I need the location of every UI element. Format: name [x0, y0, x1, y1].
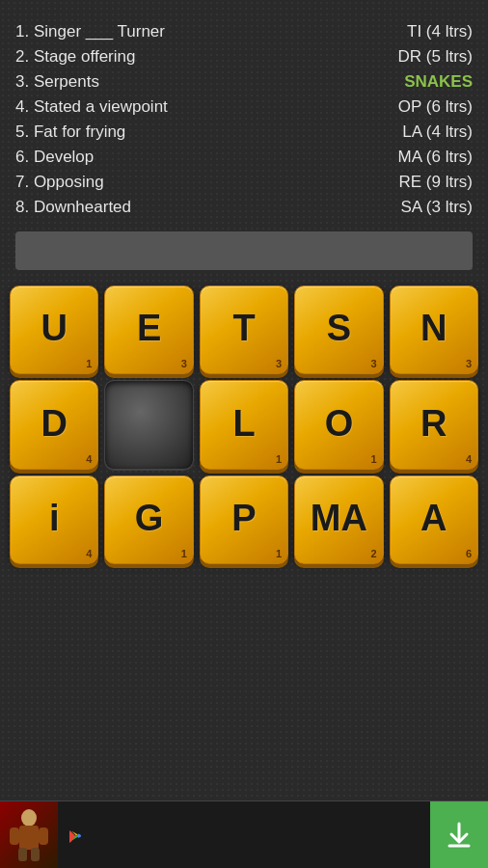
tile-number: 2	[371, 548, 377, 559]
answer-input[interactable]	[15, 231, 473, 270]
clue-hint: RE (9 ltrs)	[399, 173, 474, 192]
tile-letter-s[interactable]: S3	[294, 285, 383, 374]
tile-letter-ma[interactable]: MA2	[294, 475, 383, 564]
clue-text: 6. Develop	[15, 148, 94, 167]
clue-hint: MA (6 ltrs)	[398, 148, 473, 167]
clue-row: 3. SerpentsSNAKES	[15, 69, 473, 95]
clue-hint: SNAKES	[404, 72, 473, 92]
tile-letter-display: T	[232, 310, 255, 346]
clue-row: 6. DevelopMA (6 ltrs)	[15, 145, 473, 170]
tile-letter-l[interactable]: L1	[200, 380, 288, 469]
clue-text: 8. Downhearted	[15, 198, 131, 217]
svg-rect-2	[10, 827, 19, 845]
clue-text: 7. Opposing	[15, 173, 104, 192]
google-play	[68, 828, 420, 844]
tile-empty	[104, 380, 193, 469]
tile-number: 6	[466, 548, 472, 559]
tile-letter-display: i	[49, 500, 60, 536]
tile-number: 1	[181, 548, 187, 559]
clue-row: 4. Stated a viewpointOP (6 ltrs)	[15, 95, 473, 120]
clue-text: 5. Fat for frying	[15, 122, 125, 142]
tile-letter-display: N	[420, 310, 447, 346]
clue-hint: DR (5 ltrs)	[398, 47, 473, 67]
tile-letter-o[interactable]: O1	[294, 380, 383, 469]
tile-letter-d[interactable]: D4	[10, 380, 98, 469]
tile-letter-i[interactable]: i4	[10, 475, 98, 564]
svg-rect-5	[31, 848, 40, 861]
tile-letter-a[interactable]: A6	[390, 475, 478, 564]
tile-letter-display: R	[420, 405, 447, 442]
tile-number: 3	[371, 358, 377, 369]
tile-number: 4	[86, 548, 92, 559]
tile-letter-display: G	[135, 500, 164, 536]
clue-hint: OP (6 ltrs)	[398, 97, 473, 117]
svg-rect-1	[19, 826, 39, 850]
ad-download-button[interactable]	[430, 801, 488, 869]
tile-number: 3	[181, 358, 187, 369]
ad-image	[0, 801, 58, 869]
download-icon	[444, 820, 474, 851]
clue-row: 7. OpposingRE (9 ltrs)	[15, 170, 473, 195]
tile-letter-display: MA	[311, 500, 367, 536]
tile-letter-t[interactable]: T3	[200, 285, 288, 374]
tile-letter-p[interactable]: P1	[200, 475, 288, 564]
tile-letter-display: E	[137, 310, 161, 346]
tile-number: 1	[371, 453, 377, 465]
tile-letter-display: P	[231, 500, 256, 536]
clue-text: 3. Serpents	[15, 72, 99, 92]
tile-number: 4	[86, 453, 92, 465]
clue-text: 1. Singer ___ Turner	[15, 22, 165, 41]
clue-text: 2. Stage offering	[15, 47, 135, 67]
tile-number: 3	[276, 358, 282, 369]
tile-letter-display: O	[325, 405, 354, 442]
tile-letter-display: A	[420, 500, 447, 536]
clue-row: 1. Singer ___ TurnerTI (4 ltrs)	[15, 19, 473, 44]
tile-number: 1	[86, 358, 92, 369]
tile-letter-display: U	[41, 310, 67, 346]
ad-text-area	[58, 823, 430, 848]
tile-letter-display: S	[327, 310, 351, 346]
header	[0, 0, 488, 19]
svg-rect-4	[18, 848, 27, 861]
svg-point-0	[21, 809, 37, 827]
clue-text: 4. Stated a viewpoint	[15, 97, 168, 117]
tile-letter-r[interactable]: R4	[390, 380, 478, 469]
ad-banner	[0, 800, 488, 868]
tile-letter-e[interactable]: E3	[104, 285, 193, 374]
clue-row: 2. Stage offeringDR (5 ltrs)	[15, 44, 473, 69]
tile-grid: U1E3T3S3N3D4L1O1R4i4G1P1MA2A6	[0, 278, 488, 572]
tile-letter-u[interactable]: U1	[10, 285, 98, 374]
tile-number: 4	[466, 453, 472, 465]
tile-number: 1	[276, 453, 282, 465]
tile-letter-g[interactable]: G1	[104, 475, 193, 564]
tile-number: 3	[466, 358, 472, 369]
clue-hint: SA (3 ltrs)	[400, 198, 473, 217]
clue-list: 1. Singer ___ TurnerTI (4 ltrs)2. Stage …	[0, 19, 488, 220]
tile-letter-display: L	[232, 405, 255, 442]
svg-rect-3	[39, 827, 48, 845]
clue-row: 5. Fat for fryingLA (4 ltrs)	[15, 120, 473, 145]
clue-hint: TI (4 ltrs)	[407, 22, 473, 41]
tile-letter-display: D	[41, 405, 67, 442]
tile-number: 1	[276, 548, 282, 559]
tile-letter-n[interactable]: N3	[390, 285, 478, 374]
google-play-icon	[68, 828, 83, 844]
clue-row: 8. DownheartedSA (3 ltrs)	[15, 195, 473, 220]
clue-hint: LA (4 ltrs)	[402, 122, 473, 142]
